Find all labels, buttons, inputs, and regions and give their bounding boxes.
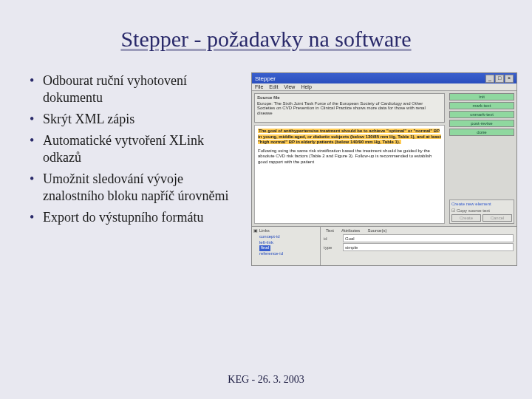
tree-label: ▣ Links	[253, 228, 318, 234]
menu-file[interactable]: File	[255, 84, 263, 89]
attr-row: id Goal	[324, 234, 514, 242]
attribute-panel: Text Attributes Source(s) id Goal type s…	[321, 227, 516, 265]
step-button-revise[interactable]: post-revise	[449, 120, 514, 127]
content-row: Odbourat ruční vyhotovení dokumentu Skrý…	[0, 59, 532, 266]
close-icon[interactable]: ×	[505, 75, 514, 83]
step-button-unmark[interactable]: unmark-text	[449, 111, 514, 118]
tab-sources[interactable]: Source(s)	[365, 228, 389, 233]
checkbox-icon: ☑	[451, 208, 455, 213]
create-header: Create new element	[451, 202, 512, 206]
footer: KEG - 26. 3. 2003	[0, 374, 532, 386]
tree-item-selected[interactable]: final	[259, 245, 270, 251]
tree-item[interactable]: reference-id	[253, 251, 318, 257]
source-label: Source file	[257, 95, 442, 100]
left-column: Source file Europe: The Sixth Joint Task…	[252, 91, 447, 226]
bullet-item: Skrýt XML zápis	[30, 111, 244, 128]
app-screenshot: Stepper _ □ × File Edit View Help Source…	[251, 72, 517, 266]
attr-tabs: Text Attributes Source(s)	[324, 228, 514, 233]
tree-item[interactable]: left-link	[253, 240, 318, 246]
menu-bar: File Edit View Help	[252, 83, 516, 91]
attr-key: type	[324, 245, 340, 250]
highlighted-text: The goal of antihypertensive treatment s…	[258, 129, 441, 144]
step-button-init[interactable]: init	[449, 93, 514, 100]
minimize-icon[interactable]: _	[485, 75, 494, 83]
attr-key: id	[324, 236, 340, 241]
app-body: Source file Europe: The Sixth Joint Task…	[252, 91, 516, 226]
bullet-item: Automatické vytvoření XLink odkazů	[30, 132, 244, 166]
create-element-panel: Create new element ☑ Copy source text Cr…	[449, 200, 514, 224]
step-button-done[interactable]: done	[449, 129, 514, 136]
step-button-mark[interactable]: mark-text	[449, 102, 514, 109]
menu-help[interactable]: Help	[301, 84, 311, 89]
bottom-panels: ▣ Links concept-id left-link final refer…	[252, 226, 516, 265]
bullet-item: Umožnit sledování vývoje znalostního blo…	[30, 171, 244, 205]
right-column: init mark-text unmark-text post-revise d…	[447, 91, 516, 226]
app-title: Stepper	[255, 75, 485, 82]
bullet-item: Odbourat ruční vyhotovení dokumentu	[30, 72, 244, 106]
checkbox-label: Copy source text	[457, 208, 490, 213]
maximize-icon[interactable]: □	[495, 75, 504, 83]
source-text: Europe: The Sixth Joint Task Force of th…	[257, 101, 442, 116]
document-panel[interactable]: The goal of antihypertensive treatment s…	[254, 125, 445, 224]
tab-text[interactable]: Text	[324, 228, 336, 233]
attr-value-input[interactable]: simple	[343, 243, 514, 251]
bullet-list: Odbourat ruční vyhotovení dokumentu Skrý…	[30, 72, 244, 231]
title-bar: Stepper _ □ ×	[252, 73, 516, 83]
tree-item[interactable]: concept-id	[253, 234, 318, 240]
bullet-item: Export do výstupního formátu	[30, 209, 244, 226]
tab-attributes[interactable]: Attributes	[339, 228, 362, 233]
create-button[interactable]: Create	[451, 214, 481, 222]
menu-edit[interactable]: Edit	[269, 84, 278, 89]
copy-source-checkbox[interactable]: ☑ Copy source text	[451, 208, 512, 213]
tree-panel: ▣ Links concept-id left-link final refer…	[252, 227, 321, 265]
cancel-button[interactable]: Cancel	[482, 214, 512, 222]
document-text: Following using the same risk stratifica…	[258, 149, 432, 164]
attr-row: type simple	[324, 243, 514, 251]
source-panel: Source file Europe: The Sixth Joint Task…	[254, 93, 445, 123]
slide-title: Stepper - požadavky na software	[0, 0, 532, 59]
menu-view[interactable]: View	[284, 84, 295, 89]
attr-value-input[interactable]: Goal	[343, 234, 514, 242]
